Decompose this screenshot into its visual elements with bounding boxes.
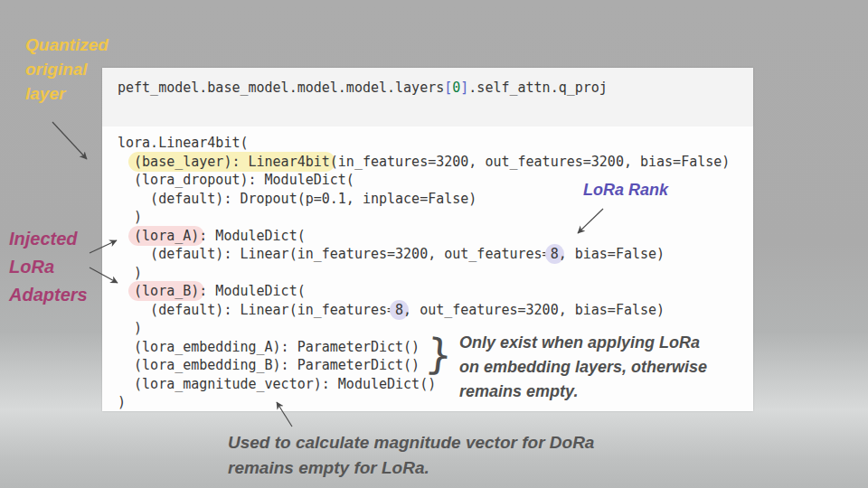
label-line: remains empty. xyxy=(459,380,707,404)
code-text: ) xyxy=(118,209,142,225)
label-quantized-original-layer: Quantized original layer xyxy=(25,33,108,106)
code-text: (lora_dropout): ModuleDict( xyxy=(118,172,354,188)
code-line: ) xyxy=(118,264,753,283)
code-line: (lora_B): ModuleDict( xyxy=(118,282,753,301)
code-text: .self_attn.q_proj xyxy=(468,80,608,96)
label-lora-rank: LoRa Rank xyxy=(583,181,668,200)
code-line: (base_layer): Linear4bit(in_features=320… xyxy=(118,153,753,172)
code-text: : ModuleDict( xyxy=(199,283,305,299)
label-line: remains empty for LoRa. xyxy=(228,455,594,481)
code-text: 0 xyxy=(452,80,460,96)
label-line: on embedding layers, otherwise xyxy=(459,355,707,380)
slide: peft_model.base_model.model.model.layers… xyxy=(0,0,868,488)
code-text: , bias=False) xyxy=(559,246,665,262)
code-header-line: peft_model.base_model.model.model.layers… xyxy=(102,68,753,127)
code-text: [ xyxy=(444,80,452,96)
code-line: (lora_A): ModuleDict( xyxy=(118,227,753,246)
label-line: Quantized xyxy=(25,33,108,57)
highlighted-code-yellow: (base_layer): Linear4bit xyxy=(128,152,335,172)
label-line: layer xyxy=(25,81,108,106)
code-text: (lora_embedding_A): ParameterDict() xyxy=(118,339,420,355)
code-text: (default): Dropout(p=0.1, inplace=False) xyxy=(118,191,476,207)
label-line: Injected xyxy=(9,225,88,253)
label-embedding-note: Only exist when applying LoRa on embeddi… xyxy=(459,331,707,404)
label-line: Adapters xyxy=(9,281,88,309)
code-text: ] xyxy=(460,80,468,96)
highlighted-code-pink: (lora_B) xyxy=(128,281,204,301)
code-line: (default): Linear(in_features=8, out_fea… xyxy=(118,301,753,320)
code-text: ) xyxy=(118,265,142,281)
code-text: (lora_embedding_B): ParameterDict() xyxy=(118,357,420,373)
label-injected-lora-adapters: Injected LoRa Adapters xyxy=(9,225,88,309)
code-text: ) xyxy=(118,320,142,336)
code-text: lora.Linear4bit( xyxy=(118,135,249,151)
code-line: lora.Linear4bit( xyxy=(118,134,753,153)
arrow-quantized-to-base-layer xyxy=(52,122,87,159)
code-text: , out_features=3200, bias=False) xyxy=(403,302,665,318)
code-line: ) xyxy=(118,208,753,227)
label-line: original xyxy=(25,57,108,81)
code-text: (default): Linear(in_features=3200, out_… xyxy=(118,246,551,262)
label-line: Used to calculate magnitude vector for D… xyxy=(228,430,594,455)
highlighted-code-pink: (lora_A) xyxy=(128,226,204,246)
label-line: Only exist when applying LoRa xyxy=(459,331,707,355)
code-text: (default): Linear(in_features= xyxy=(118,302,395,318)
label-line: LoRa xyxy=(9,253,88,281)
label-magnitude-note: Used to calculate magnitude vector for D… xyxy=(228,430,594,481)
code-text: (lora_magnitude_vector): ModuleDict() xyxy=(118,376,436,392)
code-text: : ModuleDict( xyxy=(199,228,305,244)
code-text: peft_model.base_model.model.model.layers xyxy=(118,80,444,96)
code-text: (in_features=3200, out_features=3200, bi… xyxy=(330,154,731,170)
code-line: (default): Linear(in_features=3200, out_… xyxy=(118,245,753,264)
code-text: ) xyxy=(118,394,126,410)
curly-brace: } xyxy=(423,329,455,380)
